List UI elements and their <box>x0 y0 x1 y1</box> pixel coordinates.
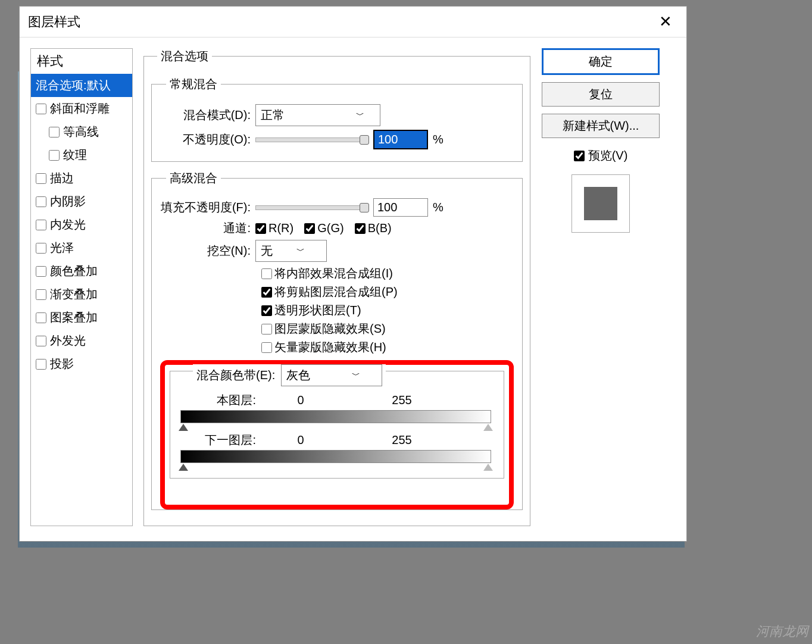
style-item-label: 内阴影 <box>50 193 86 210</box>
under-layer-label: 下一图层: <box>176 432 268 448</box>
style-item-label: 描边 <box>50 170 74 186</box>
style-item[interactable]: 渐变叠加 <box>31 283 132 306</box>
layer-style-dialog: 图层样式 ✕ 样式 混合选项:默认斜面和浮雕等高线纹理描边内阴影内发光光泽颜色叠… <box>19 6 687 542</box>
advanced-blending-group: 高级混合 填充不透明度(F): 100 % 通道: R(R) G(G) B(B) <box>151 170 523 510</box>
style-item[interactable]: 外发光 <box>31 329 132 352</box>
style-checkbox[interactable] <box>36 243 46 254</box>
style-item-label: 纹理 <box>63 147 87 163</box>
percent-sign: % <box>433 133 444 146</box>
blend-mode-select[interactable]: 正常 ﹀ <box>255 104 380 126</box>
general-blending-legend: 常规混合 <box>166 76 221 92</box>
ok-button[interactable]: 确定 <box>542 48 660 75</box>
channel-b[interactable]: B(B) <box>355 221 392 235</box>
blending-options-group: 混合选项 常规混合 混合模式(D): 正常 ﹀ 不透明度(O): 100 <box>143 48 530 526</box>
preview-swatch <box>571 174 630 233</box>
styles-header: 样式 <box>31 49 132 74</box>
style-checkbox[interactable] <box>36 359 46 370</box>
opacity-label: 不透明度(O): <box>160 132 251 148</box>
style-item[interactable]: 光泽 <box>31 236 132 260</box>
style-checkbox[interactable] <box>36 196 46 207</box>
percent-sign: % <box>433 201 444 214</box>
channel-g[interactable]: G(G) <box>304 221 343 235</box>
style-checkbox[interactable] <box>49 150 60 161</box>
slider-handle-icon[interactable] <box>179 464 188 471</box>
style-item[interactable]: 内阴影 <box>31 190 132 213</box>
fill-opacity-input[interactable]: 100 <box>373 198 428 217</box>
styles-list: 样式 混合选项:默认斜面和浮雕等高线纹理描边内阴影内发光光泽颜色叠加渐变叠加图案… <box>30 48 133 526</box>
this-layer-gradient[interactable] <box>181 411 491 423</box>
blending-options-legend: 混合选项 <box>157 48 212 64</box>
slider-handle-icon[interactable] <box>179 424 188 431</box>
advanced-option[interactable]: 图层蒙版隐藏效果(S) <box>261 321 514 337</box>
under-layer-low: 0 <box>268 433 333 447</box>
advanced-option[interactable]: 将剪贴图层混合成组(P) <box>261 284 514 300</box>
advanced-blending-legend: 高级混合 <box>166 170 221 186</box>
style-item-label: 外发光 <box>50 333 86 349</box>
style-item[interactable]: 图案叠加 <box>31 306 132 329</box>
style-item-label: 颜色叠加 <box>50 263 98 279</box>
center-panel: 混合选项 常规混合 混合模式(D): 正常 ﹀ 不透明度(O): 100 <box>143 48 530 526</box>
style-item[interactable]: 内发光 <box>31 213 132 236</box>
style-checkbox[interactable] <box>36 289 46 300</box>
style-checkbox[interactable] <box>36 312 46 323</box>
opacity-input[interactable]: 100 <box>373 130 428 149</box>
close-icon[interactable]: ✕ <box>653 10 678 33</box>
under-layer-gradient[interactable] <box>181 451 491 462</box>
style-item-label: 内发光 <box>50 217 86 233</box>
chevron-down-icon: ﹀ <box>356 110 364 121</box>
fill-opacity-label: 填充不透明度(F): <box>160 199 251 215</box>
knockout-label: 挖空(N): <box>160 243 251 259</box>
advanced-option[interactable]: 透明形状图层(T) <box>261 302 514 318</box>
channel-r[interactable]: R(R) <box>255 221 293 235</box>
style-checkbox[interactable] <box>36 266 46 277</box>
fill-opacity-slider[interactable] <box>255 205 368 210</box>
blend-mode-label: 混合模式(D): <box>160 107 251 123</box>
slider-handle-icon[interactable] <box>483 464 493 471</box>
reset-button[interactable]: 复位 <box>542 82 660 107</box>
slider-handle-icon[interactable] <box>483 424 493 431</box>
this-layer-low: 0 <box>268 393 333 407</box>
style-checkbox[interactable] <box>36 173 46 184</box>
style-item-label: 等高线 <box>63 124 99 140</box>
titlebar: 图层样式 ✕ <box>20 7 686 37</box>
blend-if-label: 混合颜色带(E): <box>196 367 275 383</box>
blend-if-highlighted: 混合颜色带(E): 灰色 ﹀ 本图层: 0 255 <box>160 360 514 509</box>
style-item-label: 混合选项:默认 <box>36 77 111 93</box>
style-checkbox[interactable] <box>36 220 46 230</box>
style-item[interactable]: 斜面和浮雕 <box>31 97 132 120</box>
dialog-title: 图层样式 <box>28 13 80 31</box>
this-layer-high: 255 <box>369 393 435 407</box>
chevron-down-icon: ﹀ <box>296 246 305 257</box>
watermark: 河南龙网 <box>756 623 808 640</box>
style-checkbox[interactable] <box>36 104 46 114</box>
blend-if-select[interactable]: 灰色 ﹀ <box>281 364 382 386</box>
style-item-label: 斜面和浮雕 <box>50 101 110 117</box>
style-item-label: 图案叠加 <box>50 310 98 326</box>
under-layer-high: 255 <box>369 433 435 447</box>
style-checkbox[interactable] <box>36 336 46 346</box>
opacity-slider[interactable] <box>255 137 368 142</box>
knockout-select[interactable]: 无 ﹀ <box>255 240 327 262</box>
general-blending-group: 常规混合 混合模式(D): 正常 ﹀ 不透明度(O): 100 % <box>151 76 523 162</box>
style-item[interactable]: 等高线 <box>31 120 132 143</box>
style-item-label: 投影 <box>50 356 74 372</box>
right-panel: 确定 复位 新建样式(W)... 预览(V) <box>541 48 660 526</box>
channel-label: 通道: <box>160 220 251 236</box>
style-item-label: 渐变叠加 <box>50 286 98 302</box>
advanced-option[interactable]: 矢量蒙版隐藏效果(H) <box>261 339 514 355</box>
style-item[interactable]: 投影 <box>31 352 132 376</box>
chevron-down-icon: ﹀ <box>352 370 360 381</box>
preview-checkbox[interactable]: 预览(V) <box>574 148 628 164</box>
style-item[interactable]: 颜色叠加 <box>31 260 132 283</box>
new-style-button[interactable]: 新建样式(W)... <box>542 114 660 138</box>
style-item[interactable]: 混合选项:默认 <box>31 74 132 97</box>
style-item[interactable]: 描边 <box>31 167 132 190</box>
style-item-label: 光泽 <box>50 240 74 256</box>
advanced-option[interactable]: 将内部效果混合成组(I) <box>261 265 514 282</box>
this-layer-label: 本图层: <box>176 392 268 408</box>
style-checkbox[interactable] <box>49 127 60 137</box>
style-item[interactable]: 纹理 <box>31 143 132 167</box>
